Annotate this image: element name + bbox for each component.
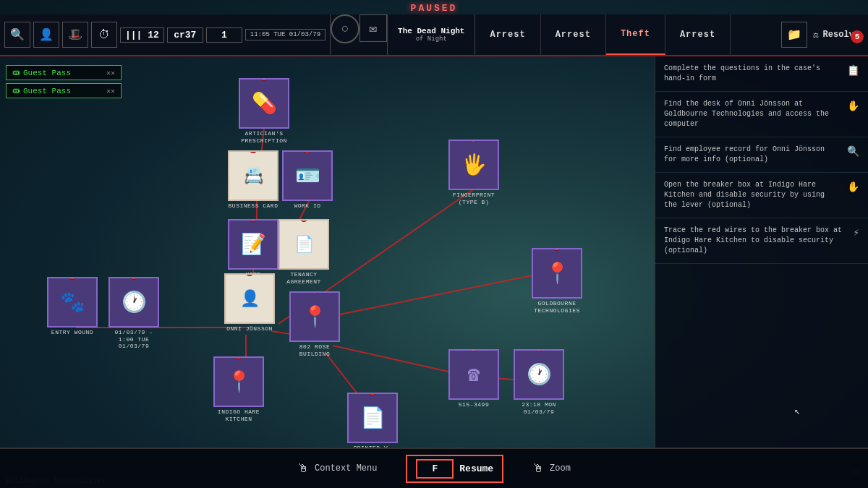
tab-arrest-2[interactable]: Arrest bbox=[541, 14, 606, 55]
card-label-phone-number: 515-3499 bbox=[448, 401, 499, 408]
objective-5[interactable]: Trace the red wires to the breaker box a… bbox=[655, 218, 868, 264]
obj-text-5: Trace the red wires to the breaker box a… bbox=[664, 226, 848, 256]
card-icon-timestamp: 🕐 bbox=[527, 362, 552, 387]
card-date-log[interactable]: 🕐 01/03/79 - 1:00 Tue 01/03/79 bbox=[109, 277, 159, 350]
mission-sub: of Night bbox=[416, 35, 447, 43]
card-icon-phone-number: ☎ bbox=[468, 362, 480, 387]
card-icon-goldbourne-technologies: 📍 bbox=[545, 261, 570, 286]
card-pin-work-id bbox=[303, 150, 312, 153]
card-tenancy-agreement[interactable]: 📄 Tenancy Agreement bbox=[278, 219, 329, 285]
credits-val: cr37 bbox=[174, 30, 196, 40]
context-menu-control[interactable]: 🖱 Context Menu bbox=[297, 462, 377, 476]
count-val: ||| 12 bbox=[125, 30, 159, 40]
card-pin-onni-jonsson bbox=[245, 273, 254, 276]
guest-pass-label-2: Guest Pass bbox=[23, 87, 71, 95]
objective-4[interactable]: Open the breaker box at Indigo Hare Kitc… bbox=[655, 173, 868, 218]
card-inner-802-rose-building: 📍 bbox=[289, 291, 340, 342]
obj-text-4: Open the breaker box at Indigo Hare Kitc… bbox=[664, 180, 841, 210]
card-inner-goldbourne-technologies: 📍 bbox=[532, 248, 582, 299]
resume-control[interactable]: F Resume bbox=[406, 455, 503, 483]
card-pin-802-rose-building bbox=[310, 291, 319, 294]
card-icon-business-card: 📇 bbox=[244, 166, 263, 186]
obj-text-1: Complete the questions in the case's han… bbox=[664, 64, 841, 84]
card-inner-tenancy-agreement: 📄 bbox=[278, 219, 329, 270]
card-goldbourne-technologies[interactable]: 📍 Goldbourne Technologies bbox=[532, 248, 582, 314]
card-phone-number[interactable]: ☎ 515-3499 bbox=[448, 349, 499, 408]
mission-box: The Dead Night of Night bbox=[387, 14, 475, 55]
guest-pass-close-2[interactable]: ✕✕ bbox=[106, 87, 115, 95]
mouse-icon: 🖱 bbox=[297, 462, 309, 476]
card-icon-note: 📝 bbox=[241, 232, 266, 257]
obj-text-2: Find the desk of Onni Jönsson at Goldbou… bbox=[664, 99, 841, 129]
resume-key-label: F bbox=[416, 459, 454, 479]
card-articians-prescription[interactable]: 💊 Artician's Prescription bbox=[239, 78, 289, 144]
card-label-goldbourne-technologies: Goldbourne Technologies bbox=[532, 300, 582, 314]
top-bar-left: 🔍 👤 🎩 ⏱ ||| 12 cr37 1 11:05 TUE 01/03/79 bbox=[0, 14, 331, 55]
card-inner-articians-prescription: 💊 bbox=[239, 78, 289, 129]
objective-2[interactable]: Find the desk of Onni Jönsson at Goldbou… bbox=[655, 92, 868, 137]
card-inner-phone-number: ☎ bbox=[448, 349, 499, 400]
card-icon-tenancy-agreement: 📄 bbox=[294, 235, 314, 254]
card-pin-fingerprint bbox=[469, 140, 478, 142]
card-inner-work-id: 🪪 bbox=[282, 150, 333, 201]
card-label-articians-prescription: Artician's Prescription bbox=[239, 130, 289, 144]
tab-arrest-1[interactable]: Arrest bbox=[475, 14, 540, 55]
obj-icon-2: ✋ bbox=[847, 100, 859, 112]
card-pin-phone-number bbox=[469, 349, 478, 352]
tab-arrest-3[interactable]: Arrest bbox=[665, 14, 731, 55]
time-val: 11:05 TUE 01/03/79 bbox=[250, 31, 320, 38]
guest-pass-area: 🎟 Guest Pass ✕✕ 🎟 Guest Pass ✕✕ bbox=[6, 65, 122, 98]
card-business-card[interactable]: 📇 Business Card bbox=[228, 150, 278, 210]
obj-icon-4: ✋ bbox=[847, 181, 859, 193]
card-pin-date-log bbox=[129, 277, 138, 280]
card-icon-date-log: 🕐 bbox=[122, 290, 147, 314]
hat-icon[interactable]: 🎩 bbox=[62, 22, 88, 48]
card-entry-wound[interactable]: 🐾 Entry Wound bbox=[47, 277, 98, 336]
card-pin-indigo-hare-kitchen bbox=[234, 356, 243, 359]
time-stats: 11:05 TUE 01/03/79 bbox=[245, 29, 326, 40]
zoom-control[interactable]: 🖱 Zoom bbox=[532, 462, 571, 476]
card-pin-timestamp bbox=[535, 349, 543, 352]
card-inner-fingerprint: 🖐 bbox=[448, 140, 499, 190]
tab-theft[interactable]: Theft bbox=[606, 14, 665, 55]
card-inner-note: 📝 bbox=[228, 219, 278, 270]
objective-3[interactable]: Find employee record for Onni Jönsson fo… bbox=[655, 137, 868, 173]
card-note[interactable]: 📝 Note bbox=[228, 219, 278, 278]
resolve-icon: ⚖ bbox=[813, 30, 818, 40]
zoom-mouse-icon: 🖱 bbox=[532, 462, 544, 476]
card-work-id[interactable]: 🪪 Work ID bbox=[282, 150, 333, 210]
card-onni-jonsson[interactable]: 👤 Onni Jönsson bbox=[224, 273, 275, 333]
search-icon[interactable]: 🔍 bbox=[4, 22, 30, 48]
guest-pass-close-1[interactable]: ✕✕ bbox=[106, 69, 115, 77]
folder-add-icon[interactable]: 📁 bbox=[781, 22, 807, 48]
obj-icon-1: 📋 bbox=[847, 64, 859, 77]
obj-icon-5: ⚡ bbox=[854, 226, 859, 239]
objective-1[interactable]: Complete the questions in the case's han… bbox=[655, 56, 868, 92]
card-printed-v-mail[interactable]: 📄 Printed V-Mail bbox=[347, 393, 398, 448]
guest-pass-2[interactable]: 🎟 Guest Pass ✕✕ bbox=[6, 83, 122, 98]
circle-indicator[interactable]: ○ bbox=[331, 14, 359, 43]
card-icon-articians-prescription: 💊 bbox=[252, 91, 277, 116]
card-802-rose-building[interactable]: 📍 802 Rose Building bbox=[289, 291, 340, 357]
card-icon-work-id: 🪪 bbox=[295, 163, 320, 188]
card-icon-entry-wound: 🐾 bbox=[60, 290, 85, 314]
obj-text-3: Find employee record for Onni Jönsson fo… bbox=[664, 145, 841, 165]
resume-label: Resume bbox=[459, 463, 493, 474]
card-indigo-hare-kitchen[interactable]: 📍 Indigo Hare Kitchen bbox=[213, 356, 264, 422]
evidence-area[interactable]: 💊 Artician's Prescription 📇 Business Car… bbox=[0, 56, 651, 448]
card-inner-entry-wound: 🐾 bbox=[47, 277, 98, 328]
timer-icon[interactable]: ⏱ bbox=[91, 22, 117, 48]
profile-icon[interactable]: 👤 bbox=[33, 22, 59, 48]
card-inner-date-log: 🕐 bbox=[109, 277, 159, 328]
card-pin-articians-prescription bbox=[260, 78, 268, 81]
card-inner-printed-v-mail: 📄 bbox=[347, 393, 398, 443]
card-pin-business-card bbox=[249, 150, 258, 153]
top-bar: 🔍 👤 🎩 ⏱ ||| 12 cr37 1 11:05 TUE 01/03/79… bbox=[0, 14, 868, 56]
count-stats: ||| 12 bbox=[120, 27, 164, 43]
paused-title: PAUSED bbox=[411, 3, 458, 14]
envelope-icon[interactable]: ✉ bbox=[359, 14, 387, 42]
card-pin-note bbox=[249, 219, 258, 222]
card-timestamp[interactable]: 🕐 23:18 Mon 01/03/79 bbox=[514, 349, 564, 415]
guest-pass-1[interactable]: 🎟 Guest Pass ✕✕ bbox=[6, 65, 122, 80]
card-fingerprint[interactable]: 🖐 Fingerprint (Type B) bbox=[448, 140, 499, 205]
